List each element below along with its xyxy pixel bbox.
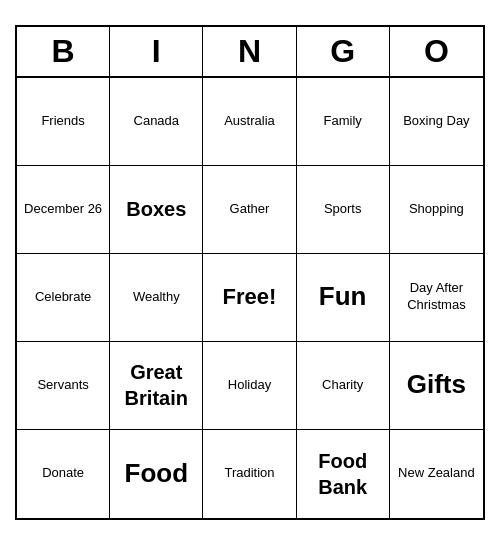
bingo-cell: Boxing Day <box>390 78 483 166</box>
bingo-header: BINGO <box>17 27 483 78</box>
bingo-cell: Day After Christmas <box>390 254 483 342</box>
bingo-cell: Australia <box>203 78 296 166</box>
bingo-cell: Family <box>297 78 390 166</box>
bingo-cell: Celebrate <box>17 254 110 342</box>
bingo-cell: Donate <box>17 430 110 518</box>
bingo-cell: Charity <box>297 342 390 430</box>
bingo-cell: Sports <box>297 166 390 254</box>
bingo-cell: Boxes <box>110 166 203 254</box>
bingo-cell: New Zealand <box>390 430 483 518</box>
bingo-cell: December 26 <box>17 166 110 254</box>
bingo-cell: Great Britain <box>110 342 203 430</box>
bingo-cell: Fun <box>297 254 390 342</box>
bingo-card: BINGO FriendsCanadaAustraliaFamilyBoxing… <box>15 25 485 520</box>
bingo-cell: Servants <box>17 342 110 430</box>
bingo-cell: Food Bank <box>297 430 390 518</box>
bingo-cell: Free! <box>203 254 296 342</box>
bingo-cell: Wealthy <box>110 254 203 342</box>
header-letter: N <box>203 27 296 76</box>
bingo-cell: Canada <box>110 78 203 166</box>
bingo-cell: Shopping <box>390 166 483 254</box>
header-letter: O <box>390 27 483 76</box>
bingo-cell: Tradition <box>203 430 296 518</box>
header-letter: B <box>17 27 110 76</box>
bingo-cell: Gifts <box>390 342 483 430</box>
header-letter: G <box>297 27 390 76</box>
bingo-cell: Friends <box>17 78 110 166</box>
bingo-cell: Food <box>110 430 203 518</box>
header-letter: I <box>110 27 203 76</box>
bingo-cell: Holiday <box>203 342 296 430</box>
bingo-grid: FriendsCanadaAustraliaFamilyBoxing DayDe… <box>17 78 483 518</box>
bingo-cell: Gather <box>203 166 296 254</box>
